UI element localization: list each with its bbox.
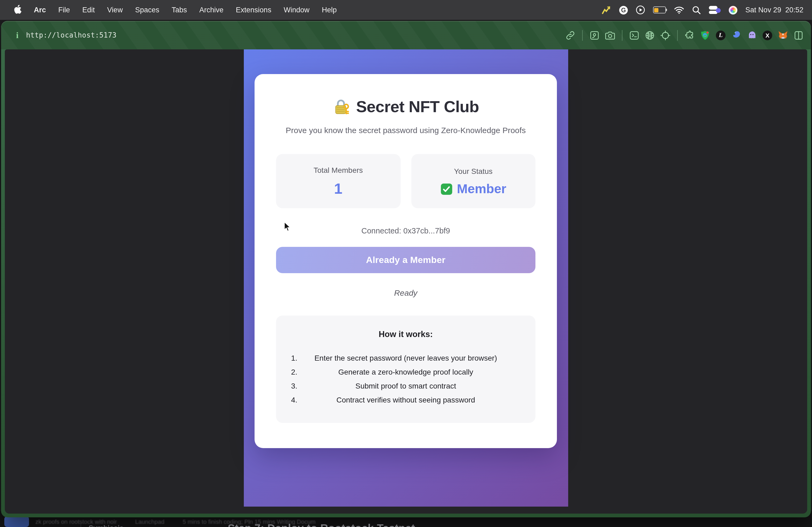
step-1: 1. Enter the secret password (never leav… (290, 351, 521, 365)
control-center-icon[interactable] (709, 5, 721, 15)
menu-bar-left: Arc File Edit View Spaces Tabs Archive E… (0, 4, 337, 15)
step-3: 3. Submit proof to smart contract (290, 379, 521, 393)
page-title-text: Secret NFT Club (356, 98, 479, 116)
camera-icon[interactable] (605, 30, 615, 41)
toolbar-divider (677, 30, 678, 41)
url-text[interactable]: http://localhost:5173 (26, 31, 117, 39)
toolbar-divider (622, 30, 622, 41)
background-window-tab[interactable] (4, 516, 29, 527)
siri-icon[interactable] (729, 5, 737, 15)
your-status-value: Member (440, 182, 506, 195)
grammarly-icon[interactable]: G (619, 5, 628, 15)
step-2: 2. Generate a zero-knowledge proof local… (290, 365, 521, 379)
grammarly-g: G (619, 6, 628, 14)
script-l-glyph: L (716, 30, 726, 40)
total-members-label: Total Members (314, 166, 363, 175)
your-status-card: Your Status Member (411, 154, 535, 208)
screen: Arc File Edit View Spaces Tabs Archive E… (0, 0, 812, 527)
background-heading: Step 7: Deploy to Rootstock Testnet (228, 522, 415, 527)
browser-window: i http://localhost:5173 (1, 21, 811, 517)
how-it-works-steps: 1. Enter the secret password (never leav… (290, 351, 521, 407)
menu-bar-clock[interactable]: Sat Nov 29 20:52 (745, 6, 803, 14)
check-mark-icon (440, 183, 452, 195)
background-divider (81, 523, 81, 527)
toolbar-actions: L X (565, 30, 811, 41)
locked-with-key-icon (332, 98, 350, 116)
control-center-toggles (709, 6, 721, 14)
page-title: Secret NFT Club (276, 98, 535, 116)
phantom-ghost-icon[interactable] (746, 30, 757, 41)
step-4: 4. Contract verifies without seeing pass… (290, 393, 521, 407)
step-1-text: Enter the secret password (never leaves … (315, 353, 497, 362)
stats-row: Total Members 1 Your Status Member (276, 154, 535, 208)
step-3-number: 3. (291, 379, 297, 393)
x-glyph: X (763, 30, 772, 40)
member-text: Member (457, 182, 506, 195)
page-subtitle: Prove you know the secret password using… (276, 125, 535, 135)
how-it-works-heading: How it works: (290, 330, 521, 339)
connected-address: Connected: 0x37cb...7bf9 (276, 226, 535, 235)
step-2-text: Generate a zero-knowledge proof locally (338, 367, 474, 376)
step-4-number: 4. (291, 393, 297, 407)
link-icon[interactable] (565, 30, 576, 41)
site-info-icon[interactable]: i (16, 30, 18, 40)
siri-orb (729, 6, 737, 14)
menu-item-archive[interactable]: Archive (199, 6, 223, 14)
already-member-button[interactable]: Already a Member (276, 247, 535, 273)
url-bar[interactable]: i http://localhost:5173 (1, 21, 242, 49)
menu-item-spaces[interactable]: Spaces (135, 6, 159, 14)
adguard-shield-icon[interactable] (700, 30, 710, 41)
wifi-icon[interactable] (674, 5, 684, 15)
extensions-puzzle-icon[interactable] (684, 30, 695, 41)
menu-item-help[interactable]: Help (322, 6, 337, 14)
apple-menu-icon[interactable] (14, 4, 21, 15)
terminal-icon[interactable] (629, 30, 640, 41)
app-card: Secret NFT Club Prove you know the secre… (255, 74, 557, 448)
script-l-icon[interactable]: L (715, 30, 726, 41)
menu-item-edit[interactable]: Edit (83, 6, 95, 14)
stocks-icon[interactable] (601, 5, 611, 15)
menu-bar: Arc File Edit View Spaces Tabs Archive E… (0, 0, 812, 20)
step-3-text: Submit proof to smart contract (355, 381, 456, 390)
battery-body (653, 6, 666, 13)
total-members-card: Total Members 1 (276, 154, 400, 208)
target-icon[interactable] (660, 30, 671, 41)
playback-icon[interactable] (636, 5, 645, 15)
battery-icon[interactable] (653, 5, 666, 15)
search-icon[interactable] (692, 5, 701, 15)
background-window-tab-row: zk proofs on rootstock with noir Launchp… (35, 518, 804, 525)
split-view-icon[interactable] (793, 30, 804, 41)
globe-icon[interactable] (644, 30, 655, 41)
how-it-works-box: How it works: 1. Enter the secret passwo… (276, 316, 535, 423)
page-gradient-background: Secret NFT Club Prove you know the secre… (244, 49, 568, 507)
background-pill-label: Launchpad (135, 518, 164, 525)
mouse-cursor (284, 221, 291, 235)
x-icon[interactable]: X (762, 30, 773, 41)
web-content: Secret NFT Club Prove you know the secre… (5, 49, 807, 514)
status-text: Ready (276, 288, 535, 297)
menu-bar-status: G Sat Nov 29 20:52 (601, 5, 812, 15)
metamask-fox-icon[interactable] (778, 30, 788, 41)
menu-item-file[interactable]: File (58, 6, 70, 14)
toolbar-divider (582, 30, 583, 41)
your-status-label: Your Status (454, 167, 493, 176)
menu-item-view[interactable]: View (107, 6, 123, 14)
menu-item-extensions[interactable]: Extensions (236, 6, 271, 14)
menu-item-window[interactable]: Window (284, 6, 309, 14)
rabbit-icon[interactable] (731, 30, 742, 41)
background-section-label: Symbiosis (89, 524, 124, 527)
screenshot-icon[interactable] (589, 30, 600, 41)
browser-toolbar: i http://localhost:5173 (1, 21, 811, 49)
step-1-number: 1. (291, 351, 297, 365)
menu-item-tabs[interactable]: Tabs (172, 6, 187, 14)
step-2-number: 2. (291, 365, 297, 379)
step-4-text: Contract verifies without seeing passwor… (336, 395, 475, 404)
total-members-value: 1 (334, 181, 342, 196)
menu-item-arc[interactable]: Arc (34, 6, 46, 14)
